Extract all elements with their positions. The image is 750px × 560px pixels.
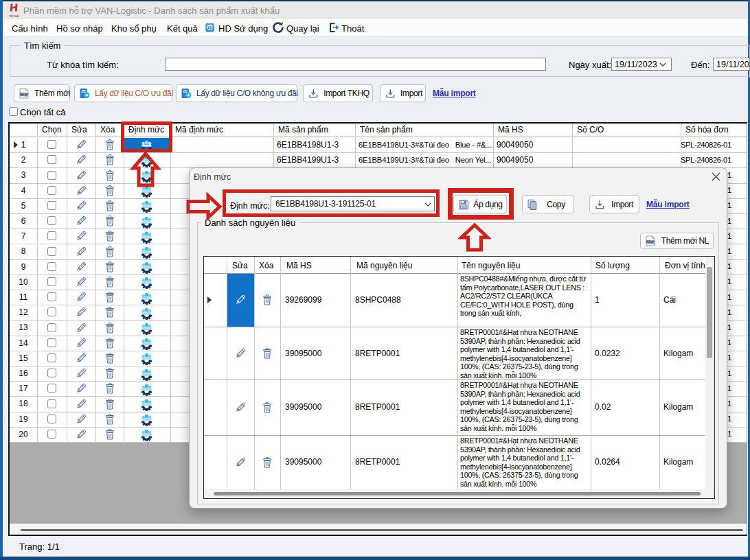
svg-text:VŨ HẢI: VŨ HẢI bbox=[9, 14, 19, 18]
